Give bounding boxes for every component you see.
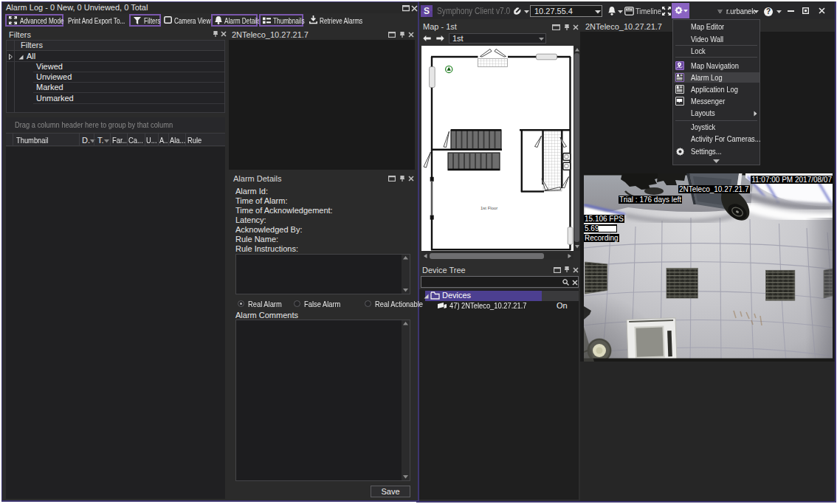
svg-text:1st Floor: 1st Floor — [480, 206, 497, 210]
